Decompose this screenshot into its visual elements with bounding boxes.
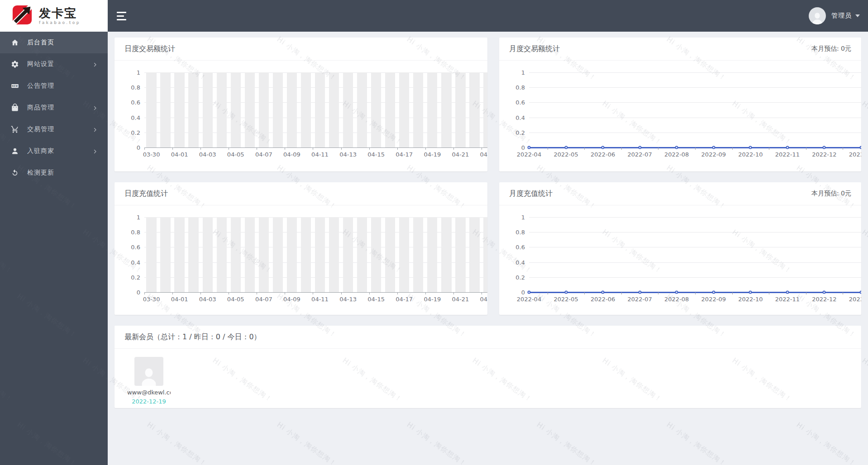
bar-stripe — [174, 217, 184, 292]
main-content: 日度交易额统计10.80.60.40.2003-3004-0104-0304-0… — [108, 32, 868, 465]
bar-stripe — [427, 72, 437, 147]
brand-domain: fakabao.top — [39, 20, 81, 25]
sidebar-item-5[interactable]: 入驻商家 — [0, 140, 108, 162]
bar-stripe — [188, 72, 198, 147]
bar-stripe — [469, 72, 479, 147]
month-estimate: 本月预估: 0元 — [811, 190, 851, 198]
data-point — [749, 146, 752, 149]
member-date: 2022-12-19 — [127, 398, 171, 405]
data-point — [786, 146, 789, 149]
bar-stripe — [427, 217, 437, 292]
user-menu[interactable]: 管理员 — [809, 7, 868, 24]
cart-icon — [11, 125, 19, 133]
members-title: 最新会员（总计：1 / 昨日：0 / 今日：0） — [124, 332, 261, 342]
merchant-icon — [11, 147, 19, 155]
chevron-down-icon — [855, 14, 860, 17]
bar-stripe — [273, 217, 283, 292]
bar-stripe — [259, 72, 269, 147]
brand-logo[interactable]: 发卡宝 fakabao.top — [0, 0, 108, 32]
data-point — [823, 291, 826, 294]
data-point — [860, 146, 862, 149]
chevron-right-icon — [92, 62, 98, 67]
data-point — [675, 146, 678, 149]
bar-stripe — [399, 72, 409, 147]
bar-stripe — [385, 72, 395, 147]
sidebar-item-1[interactable]: 网站设置 — [0, 53, 108, 75]
data-point — [601, 291, 605, 294]
chart-title: 日度交易额统计 — [124, 44, 175, 54]
sidebar-item-4[interactable]: 交易管理 — [0, 119, 108, 140]
y-axis: 10.80.60.40.20 — [506, 72, 529, 147]
update-icon — [11, 169, 19, 177]
sidebar-item-label: 网站设置 — [27, 60, 92, 68]
bar-stripe — [315, 72, 325, 147]
data-point — [601, 146, 605, 149]
user-avatar — [809, 7, 826, 24]
bar-stripe — [455, 72, 465, 147]
new-badge-icon: NEW — [11, 82, 19, 90]
bar-stripe — [287, 72, 297, 147]
topbar: 管理员 — [108, 0, 868, 32]
home-icon — [11, 38, 19, 47]
chart-plot-daily-trade[interactable]: 03-3004-0104-0304-0504-0704-0904-1104-13… — [144, 72, 487, 147]
member-item[interactable]: www@dkewl.com2022-12-19 — [127, 357, 171, 405]
chart-title: 日度充值统计 — [124, 189, 168, 199]
sidebar-item-label: 入驻商家 — [27, 147, 92, 155]
sidebar-item-label: 后台首页 — [27, 38, 98, 47]
brand-logo-icon — [12, 5, 33, 27]
bar-stripe — [301, 72, 311, 147]
chart-card-daily-recharge: 日度充值统计10.80.60.40.2003-3004-0104-0304-05… — [114, 182, 487, 315]
bar-stripe — [174, 72, 184, 147]
y-axis: 10.80.60.40.20 — [121, 217, 144, 292]
member-email: www@dkewl.com — [127, 389, 171, 396]
bar-stripe — [273, 72, 283, 147]
data-point — [638, 146, 641, 149]
bar-stripe — [203, 72, 213, 147]
data-point — [564, 146, 568, 149]
data-point — [564, 291, 568, 294]
bar-stripe — [287, 217, 297, 292]
data-point — [712, 291, 715, 294]
bar-stripe — [301, 217, 311, 292]
sidebar-item-2[interactable]: NEW公告管理 — [0, 75, 108, 97]
bar-stripe — [371, 72, 381, 147]
y-axis: 10.80.60.40.20 — [121, 72, 144, 147]
svg-text:NEW: NEW — [12, 85, 18, 87]
data-point — [749, 291, 752, 294]
data-point — [860, 291, 862, 294]
sidebar-item-6[interactable]: 检测更新 — [0, 162, 108, 184]
bar-stripe — [329, 72, 339, 147]
user-name: 管理员 — [831, 12, 852, 20]
data-point — [786, 291, 789, 294]
data-point — [528, 146, 531, 149]
sidebar-item-0[interactable]: 后台首页 — [0, 32, 108, 53]
bar-stripe — [160, 217, 170, 292]
chart-card-monthly-recharge: 月度充值统计本月预估: 0元10.80.60.40.202022-042022-… — [499, 182, 861, 315]
bar-stripe — [483, 72, 487, 147]
bar-stripe — [217, 217, 227, 292]
bar-stripe — [259, 217, 269, 292]
bar-stripe — [315, 217, 325, 292]
chart-plot-daily-recharge[interactable]: 03-3004-0104-0304-0504-0704-0904-1104-13… — [144, 217, 487, 292]
chevron-right-icon — [92, 127, 98, 132]
bar-stripe — [455, 217, 465, 292]
chart-plot-monthly-recharge[interactable]: 2022-042022-052022-062022-072022-082022-… — [529, 217, 861, 292]
sidebar-item-label: 商品管理 — [27, 104, 92, 112]
hamburger-icon — [117, 12, 126, 13]
bar-stripe — [188, 217, 198, 292]
chart-plot-monthly-trade[interactable]: 2022-042022-052022-062022-072022-082022-… — [529, 72, 861, 147]
bar-stripe — [483, 217, 487, 292]
latest-members-card: 最新会员（总计：1 / 昨日：0 / 今日：0） www@dkewl.com20… — [114, 326, 861, 408]
bar-stripe — [441, 72, 451, 147]
bar-stripe — [385, 217, 395, 292]
chart-card-daily-trade: 日度交易额统计10.80.60.40.2003-3004-0104-0304-0… — [114, 38, 487, 171]
menu-toggle-button[interactable] — [108, 0, 134, 32]
data-point — [638, 291, 641, 294]
bar-stripe — [441, 217, 451, 292]
bar-stripe — [329, 217, 339, 292]
data-point — [675, 291, 678, 294]
members-list: www@dkewl.com2022-12-19 — [114, 349, 861, 405]
sidebar-item-3[interactable]: 商品管理 — [0, 97, 108, 119]
chevron-right-icon — [92, 105, 98, 110]
bar-stripe — [146, 72, 156, 147]
